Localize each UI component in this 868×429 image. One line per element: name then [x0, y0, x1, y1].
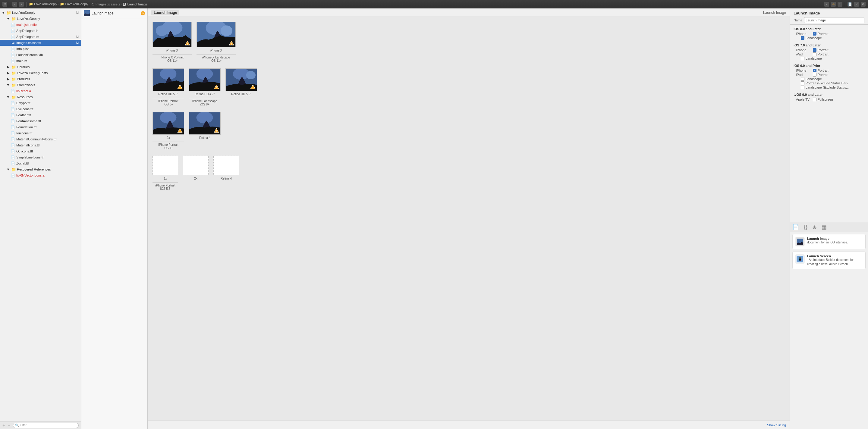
- sidebar-item-appdelegate-h[interactable]: 📄 AppDelegate.h: [0, 28, 81, 34]
- iphonex-sub-labels: iPhone X PortraitiOS 11+ iPhone X Landsc…: [153, 54, 785, 62]
- folder-icon5: 📁: [11, 77, 16, 81]
- iphonex-portrait-thumb[interactable]: !: [153, 22, 192, 47]
- iphonex-row: ! iPhone X: [153, 22, 785, 53]
- ios7-ipad-label: iPad: [796, 53, 812, 56]
- sidebar-item-materialcommunity[interactable]: 📄 MaterialCommunityIcons.ttf: [0, 136, 81, 142]
- sidebar-bottom: + − 🔍 Filter: [0, 421, 81, 429]
- iphone-portrait-ios56-label: iPhone PortraitiOS 5,6: [153, 182, 178, 190]
- forward-button[interactable]: ›: [19, 2, 24, 7]
- file-list-item-launchimage[interactable]: LaunchImage ⚠: [82, 8, 147, 19]
- ios8-landscape-checkbox[interactable]: [801, 36, 804, 40]
- tvos-fullscreen-checkbox[interactable]: [813, 98, 816, 101]
- sidebar-item-librnvectoricons[interactable]: 📄 libRNVectorIcons.a: [0, 172, 81, 178]
- sidebar-item-recovered[interactable]: ▼ 📁 Recovered References: [0, 166, 81, 172]
- sidebar-item-entypo[interactable]: 📄 Entypo.ttf: [0, 100, 81, 106]
- iphone-portrait-ios7-label: iPhone PortraitiOS 7+: [153, 141, 184, 150]
- ios7-retina4-label: Retina 4: [199, 136, 210, 140]
- sidebar-item-main-m[interactable]: 📄 main.m: [0, 58, 81, 64]
- sidebar-item-simplelineicons[interactable]: 📄 SimpleLineIcons.ttf: [0, 154, 81, 160]
- sidebar-item-frameworks[interactable]: ▼ 📁 Frameworks: [0, 82, 81, 88]
- ios7-iphone-portrait-checkbox[interactable]: [813, 48, 816, 52]
- ios6-landscape-exclude-checkbox[interactable]: [801, 86, 804, 89]
- breadcrumb-lyd1[interactable]: 📁 LoveYouDeeply: [29, 2, 57, 6]
- grid-icon[interactable]: ⊞: [2, 2, 7, 7]
- content-tab-label[interactable]: LaunchImage: [151, 10, 179, 15]
- show-slicing-button[interactable]: Show Slicing: [767, 423, 786, 427]
- sidebar-item-root[interactable]: ▼ 📁 LoveYouDeeply M: [0, 10, 81, 16]
- breadcrumb-xcassets[interactable]: 🗂 Images.xcassets: [91, 2, 120, 6]
- ios7-ipad-landscape-checkbox[interactable]: [801, 57, 804, 60]
- sidebar-item-images-xcassets[interactable]: 🗂 Images.xcassets M: [0, 40, 81, 46]
- octicons-label: Octicons.ttf: [16, 150, 79, 153]
- iphone-ios7-2x-thumb[interactable]: !: [153, 112, 184, 135]
- sidebar-item-info-plist[interactable]: 📄 Info.plist: [0, 46, 81, 52]
- info-card-launchimage-icon: [795, 237, 805, 246]
- main-jsbundle-label: main.jsbundle: [16, 23, 79, 27]
- ios6-iphone-portrait-checkbox[interactable]: [813, 69, 816, 72]
- tvos-row: Apple TV Fullscreen: [794, 98, 864, 101]
- chevron-right-icon: ▶: [6, 65, 10, 69]
- right-panel-header: Launch Image Name: [790, 8, 868, 25]
- fontawesome-label: FontAwesome.ttf: [16, 119, 79, 123]
- iphone-ios56-retina4-thumb[interactable]: [213, 156, 239, 175]
- tab-code-icon[interactable]: {}: [804, 224, 807, 230]
- sidebar-item-evilicons[interactable]: 📄 EvilIcons.ttf: [0, 106, 81, 112]
- sidebar-item-ionicons[interactable]: 📄 Ionicons.ttf: [0, 130, 81, 136]
- ios6-portrait-exclude-checkbox[interactable]: [801, 81, 804, 85]
- sidebar-item-resources[interactable]: ▼ 📁 Resources: [0, 94, 81, 100]
- products-label: Products: [17, 77, 79, 81]
- sidebar-item-fontawesome[interactable]: 📄 FontAwesome.ttf: [0, 118, 81, 124]
- tab-grid-icon[interactable]: ▦: [822, 224, 827, 230]
- ios8-iphone-portrait-checkbox[interactable]: [813, 32, 816, 36]
- sidebar-item-appdelegate-m[interactable]: 📄 AppDelegate.m M: [0, 34, 81, 40]
- sidebar-root-badge: M: [76, 11, 79, 14]
- sidebar-item-zocial[interactable]: 📄 Zocial.ttf: [0, 160, 81, 166]
- breadcrumb-launchimage[interactable]: 🖼 LaunchImage: [123, 2, 147, 6]
- sidebar-item-materialicons[interactable]: 📄 MaterialIcons.ttf: [0, 142, 81, 148]
- ios7-ipad-portrait-checkbox[interactable]: [813, 53, 816, 56]
- right-panel: Launch Image Name iOS 8.0 and Later iPho…: [789, 8, 868, 429]
- iphone-ios56-1x-thumb[interactable]: [153, 156, 178, 175]
- filter-box[interactable]: 🔍 Filter: [13, 423, 79, 428]
- nav-right-icon[interactable]: ›: [838, 2, 842, 7]
- sidebar-item-products[interactable]: ▶ 📁 Products: [0, 76, 81, 82]
- tab-circle-icon[interactable]: ⊕: [812, 224, 817, 230]
- retina-hd-55-landscape-thumb[interactable]: !: [225, 68, 257, 91]
- sidebar-item-launchscreen-xib[interactable]: 📄 LaunchScreen.xib: [0, 52, 81, 58]
- sidebar-item-main-jsbundle[interactable]: 📄 main.jsbundle: [0, 22, 81, 28]
- file-icon[interactable]: 📄: [847, 2, 852, 7]
- iphonex-portrait-sublabel: iPhone X PortraitiOS 11+: [153, 54, 192, 62]
- file-icon15: 📄: [11, 149, 15, 153]
- help-icon[interactable]: ?: [854, 2, 859, 7]
- sidebar-item-octicons[interactable]: 📄 Octicons.ttf: [0, 148, 81, 154]
- svg-text:!: !: [216, 86, 217, 89]
- add-button[interactable]: +: [2, 423, 5, 428]
- ios8-portrait-label: Portrait: [818, 32, 828, 36]
- settings-icon[interactable]: ⚙: [861, 2, 866, 7]
- sidebar-item-libraries[interactable]: ▶ 📁 Libraries: [0, 64, 81, 70]
- retina-hd-47-label: Retina HD 4.7": [195, 92, 215, 96]
- sidebar-item-libreact[interactable]: 📄 libReact.a: [0, 88, 81, 94]
- iphonex-landscape-thumb[interactable]: !: [196, 22, 236, 47]
- iphone-ios7-retina4-cell: ! Retina 4: [189, 112, 221, 140]
- sidebar-item-foundation[interactable]: 📄 Foundation.ttf: [0, 124, 81, 130]
- iphone-ios7-retina4-thumb[interactable]: !: [189, 112, 221, 135]
- sidebar-item-tests[interactable]: ▶ 📁 LoveYouDeeplyTests: [0, 70, 81, 76]
- ios8-section: iOS 8.0 and Later iPhone Portrait Landsc…: [794, 27, 864, 40]
- iphonex-landscape-cell: ! iPhone X: [196, 22, 236, 53]
- breadcrumb-lyd2[interactable]: 📁 LoveYouDeeply: [60, 2, 88, 6]
- remove-button[interactable]: −: [7, 423, 10, 428]
- back-button[interactable]: ‹: [12, 2, 17, 7]
- retina-hd-55-portrait-thumb[interactable]: !: [153, 68, 184, 91]
- tab-file-icon[interactable]: 📄: [792, 224, 799, 230]
- iphonex-section: ! iPhone X: [153, 22, 785, 62]
- ios6-ipad-landscape-checkbox[interactable]: [801, 77, 804, 81]
- ios6-ipad-portrait-checkbox[interactable]: [813, 73, 816, 76]
- name-input[interactable]: [804, 17, 864, 23]
- file-icon6: 📄: [11, 59, 15, 63]
- nav-left-icon[interactable]: ‹: [824, 2, 829, 7]
- retina-hd-47-thumb[interactable]: !: [189, 68, 221, 91]
- sidebar-item-lyd-folder[interactable]: ▼ 📁 LoveYouDeeply: [0, 16, 81, 22]
- sidebar-item-feather[interactable]: 📄 Feather.ttf: [0, 112, 81, 118]
- iphone-ios56-2x-thumb[interactable]: [183, 156, 209, 175]
